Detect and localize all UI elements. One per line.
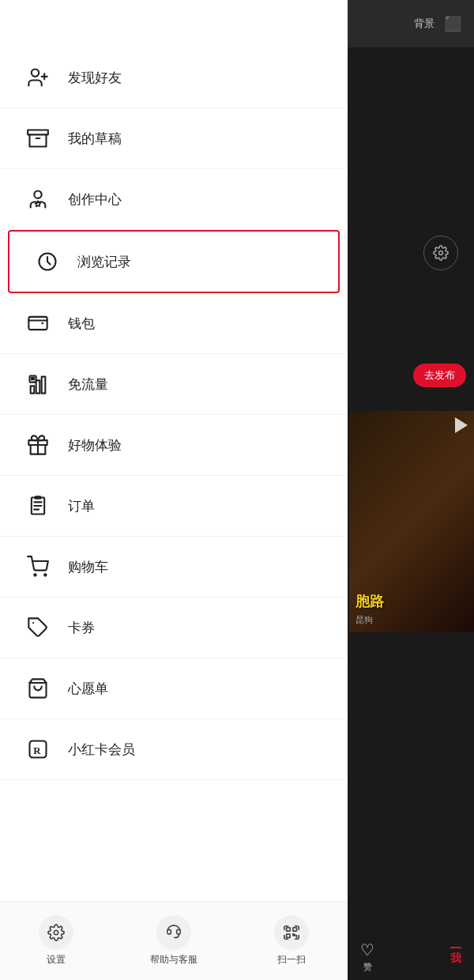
- right-settings-area: [348, 221, 474, 285]
- clock-icon: [33, 247, 62, 276]
- menu-label-my-drafts: 我的草稿: [68, 130, 122, 148]
- me-label: 我: [450, 947, 461, 966]
- menu-label-good-experience: 好物体验: [68, 436, 122, 454]
- svg-point-6: [34, 191, 41, 198]
- bag-icon: [24, 674, 52, 703]
- svg-point-27: [54, 930, 58, 935]
- menu-label-shopping-cart: 购物车: [68, 558, 108, 576]
- menu-item-browse-history[interactable]: 浏览记录: [8, 230, 340, 293]
- toolbar-item-settings[interactable]: 设置: [39, 915, 73, 967]
- right-bottom-bar: ♡ 赞 我: [348, 933, 474, 980]
- menu-item-red-membership[interactable]: R 小红卡会员: [0, 719, 348, 780]
- clipboard-icon: [24, 492, 52, 520]
- menu-item-shopping-cart[interactable]: 购物车: [0, 537, 348, 597]
- toolbar-item-scan[interactable]: 扫一扫: [274, 915, 309, 967]
- menu-label-find-friends: 发现好友: [68, 69, 122, 87]
- svg-rect-10: [36, 380, 40, 393]
- bottom-toolbar: 设置 帮助与客服: [0, 901, 348, 980]
- menu-label-coupons: 卡券: [68, 619, 95, 637]
- menu-item-good-experience[interactable]: 好物体验: [0, 415, 348, 476]
- svg-point-22: [44, 574, 46, 575]
- background-label: 背景: [414, 17, 434, 31]
- svg-rect-30: [287, 934, 291, 938]
- svg-point-21: [34, 574, 36, 575]
- settings-icon-wrap: [39, 915, 73, 950]
- gift-icon: [24, 431, 52, 459]
- video-title: 胞路: [356, 592, 468, 611]
- svg-point-1: [32, 70, 39, 77]
- bar-chart-icon: [24, 370, 52, 398]
- menu-label-orders: 订单: [68, 497, 95, 515]
- scan-icon: [283, 924, 300, 941]
- left-menu: 发现好友 我的草稿 创作中心: [0, 0, 348, 980]
- play-icon[interactable]: [455, 417, 468, 433]
- heart-action[interactable]: ♡ 赞: [360, 940, 374, 973]
- heart-label: 赞: [363, 961, 372, 973]
- svg-text:R: R: [33, 745, 41, 756]
- menu-list: 发现好友 我的草稿 创作中心: [0, 0, 348, 780]
- right-top-bar: 背景 ⬛: [348, 0, 474, 47]
- export-icon[interactable]: ⬛: [444, 15, 461, 32]
- menu-label-creation-center: 创作中心: [68, 190, 122, 209]
- menu-item-free-traffic[interactable]: 免流量: [0, 354, 348, 415]
- help-label: 帮助与客服: [150, 953, 198, 967]
- menu-item-coupons[interactable]: 卡券: [0, 597, 348, 658]
- heart-icon: ♡: [360, 940, 374, 959]
- me-tab[interactable]: 我: [450, 947, 461, 966]
- menu-item-find-friends[interactable]: 发现好友: [0, 47, 348, 108]
- toolbar-item-help[interactable]: 帮助与客服: [150, 915, 198, 967]
- menu-item-wallet[interactable]: 钱包: [0, 293, 348, 354]
- cart-icon: [24, 552, 52, 581]
- svg-rect-28: [287, 928, 291, 932]
- scan-icon-wrap: [274, 915, 309, 950]
- menu-label-wishlist: 心愿单: [68, 680, 108, 698]
- svg-rect-11: [42, 377, 46, 394]
- settings-circle-icon[interactable]: [423, 236, 458, 270]
- menu-item-wishlist[interactable]: 心愿单: [0, 658, 348, 719]
- svg-rect-4: [28, 130, 48, 135]
- right-panel: 背景 ⬛ 去发布 胞路 昆狗 ♡ 赞 我: [348, 0, 474, 980]
- svg-rect-9: [31, 386, 35, 393]
- settings-label: 设置: [47, 953, 66, 967]
- wallet-icon: [24, 309, 52, 337]
- scan-label: 扫一扫: [277, 953, 306, 967]
- menu-item-my-drafts[interactable]: 我的草稿: [0, 108, 348, 169]
- menu-item-creation-center[interactable]: 创作中心: [0, 169, 348, 230]
- user-plus-icon: [24, 63, 52, 92]
- video-thumbnail: 胞路 昆狗: [349, 411, 474, 632]
- tag-icon: [24, 613, 52, 642]
- headset-icon-wrap: [156, 915, 191, 950]
- headset-icon: [165, 924, 182, 941]
- video-subtitle: 昆狗: [356, 614, 468, 626]
- user-star-icon: [24, 185, 52, 213]
- menu-label-browse-history: 浏览记录: [77, 253, 131, 271]
- settings-icon: [47, 924, 65, 941]
- menu-label-red-membership: 小红卡会员: [68, 741, 135, 759]
- menu-label-wallet: 钱包: [68, 315, 95, 333]
- r-badge-icon: R: [24, 735, 52, 763]
- go-publish-button[interactable]: 去发布: [413, 364, 466, 387]
- svg-rect-29: [293, 928, 297, 932]
- menu-item-orders[interactable]: 订单: [0, 476, 348, 537]
- svg-point-0: [439, 251, 443, 255]
- menu-label-free-traffic: 免流量: [68, 375, 108, 394]
- svg-rect-8: [28, 317, 47, 330]
- inbox-icon: [24, 124, 52, 153]
